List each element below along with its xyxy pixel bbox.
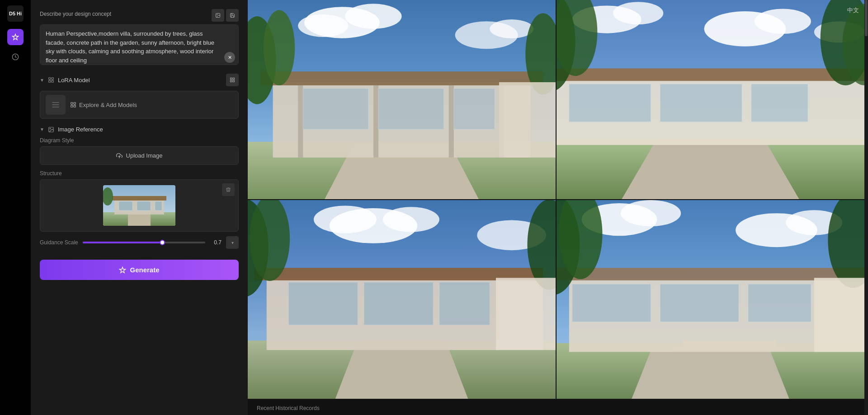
delete-structure-btn[interactable] bbox=[222, 183, 235, 196]
magic-wand-icon-btn[interactable] bbox=[7, 29, 24, 45]
lang-btn[interactable]: 中文 bbox=[847, 6, 859, 14]
recent-bar: Recent Historical Records bbox=[248, 399, 864, 415]
lora-row: Explore & Add Models bbox=[40, 91, 239, 119]
scrollbar-thumb bbox=[865, 0, 868, 36]
diagram-style-label: Diagram Style bbox=[40, 137, 239, 144]
svg-rect-40 bbox=[298, 85, 303, 158]
image-cell-2[interactable] bbox=[557, 0, 864, 199]
right-panel: Recent Historical Records bbox=[248, 0, 864, 415]
right-scrollbar[interactable] bbox=[864, 0, 868, 415]
image-cell-3[interactable] bbox=[248, 200, 556, 399]
svg-rect-77 bbox=[288, 282, 358, 325]
svg-rect-96 bbox=[660, 284, 739, 322]
icon-bar: D5 Hi bbox=[0, 0, 31, 415]
svg-rect-79 bbox=[439, 282, 490, 325]
svg-rect-4 bbox=[52, 78, 53, 79]
structure-label: Structure bbox=[40, 170, 239, 177]
svg-rect-6 bbox=[52, 80, 53, 82]
svg-point-32 bbox=[345, 4, 401, 29]
save-prompt-icon-btn[interactable] bbox=[226, 9, 239, 22]
svg-rect-41 bbox=[373, 85, 378, 158]
upload-image-label: Upload Image bbox=[126, 152, 163, 159]
structure-thumbnail[interactable] bbox=[103, 185, 175, 226]
svg-rect-27 bbox=[137, 201, 151, 210]
svg-rect-7 bbox=[231, 78, 232, 80]
guidance-slider-fill bbox=[83, 242, 162, 243]
guidance-scale-row: Guidance Scale 0.7 ▾ bbox=[40, 236, 239, 249]
structure-container bbox=[40, 179, 239, 232]
recent-label: Recent Historical Records bbox=[257, 405, 320, 411]
lora-chevron-icon[interactable]: ▼ bbox=[40, 78, 44, 83]
svg-rect-61 bbox=[569, 84, 651, 121]
svg-point-19 bbox=[50, 128, 51, 129]
prompt-container: Human Perspective,modern villa, surround… bbox=[40, 24, 239, 66]
generate-btn[interactable]: Generate bbox=[40, 260, 239, 280]
svg-point-55 bbox=[755, 9, 811, 34]
svg-rect-8 bbox=[233, 78, 235, 80]
svg-rect-9 bbox=[231, 80, 232, 82]
svg-rect-3 bbox=[49, 78, 51, 79]
svg-rect-83 bbox=[496, 278, 556, 350]
svg-rect-25 bbox=[112, 196, 166, 201]
app-logo: D5 Hi bbox=[7, 5, 24, 22]
svg-rect-17 bbox=[74, 105, 75, 107]
lora-grid-btn[interactable] bbox=[226, 74, 239, 86]
svg-rect-46 bbox=[454, 89, 495, 129]
svg-point-33 bbox=[298, 14, 348, 37]
svg-point-35 bbox=[490, 19, 533, 38]
lora-label: LoRA Model bbox=[58, 77, 90, 84]
svg-rect-14 bbox=[71, 103, 73, 104]
lora-section: ▼ LoRA Model bbox=[40, 74, 239, 119]
svg-point-2 bbox=[217, 14, 218, 15]
guidance-slider-thumb bbox=[160, 240, 165, 245]
svg-point-71 bbox=[383, 207, 439, 232]
guidance-dropdown-btn[interactable]: ▾ bbox=[226, 236, 239, 249]
image-cell-1[interactable] bbox=[248, 0, 556, 199]
svg-rect-45 bbox=[378, 89, 444, 129]
explore-models-label: Explore & Add Models bbox=[79, 102, 137, 108]
generate-label: Generate bbox=[130, 266, 159, 274]
svg-rect-26 bbox=[119, 201, 132, 210]
svg-rect-101 bbox=[814, 278, 864, 352]
svg-point-86 bbox=[621, 200, 681, 226]
clear-prompt-btn[interactable]: ✕ bbox=[224, 52, 235, 63]
svg-rect-42 bbox=[449, 85, 454, 158]
svg-point-48 bbox=[264, 10, 295, 85]
svg-rect-50 bbox=[499, 82, 556, 158]
svg-rect-95 bbox=[572, 284, 651, 322]
history-icon-btn[interactable] bbox=[7, 49, 24, 65]
svg-rect-10 bbox=[233, 80, 235, 82]
svg-point-70 bbox=[314, 205, 377, 233]
image-ref-chevron-icon[interactable]: ▼ bbox=[40, 127, 44, 132]
image-upload-icon-btn[interactable] bbox=[212, 9, 224, 22]
lora-placeholder bbox=[46, 95, 66, 115]
prompt-textarea[interactable]: Human Perspective,modern villa, surround… bbox=[40, 24, 239, 65]
svg-rect-97 bbox=[748, 284, 811, 322]
svg-marker-92 bbox=[626, 350, 795, 399]
svg-rect-63 bbox=[751, 84, 808, 121]
guidance-slider-wrap: 0.7 bbox=[83, 239, 222, 246]
prompt-section: Describe your design concept Human bbox=[40, 9, 239, 66]
generate-icon bbox=[119, 266, 126, 274]
images-grid bbox=[248, 0, 864, 399]
main-layout: Describe your design concept Human bbox=[31, 0, 868, 415]
svg-rect-5 bbox=[49, 80, 51, 82]
image-ref-title: ▼ Image Reference bbox=[40, 126, 103, 133]
svg-rect-16 bbox=[71, 105, 73, 107]
image-ref-label: Image Reference bbox=[58, 126, 103, 133]
svg-rect-15 bbox=[74, 103, 75, 104]
svg-rect-60 bbox=[557, 68, 864, 81]
image-cell-4[interactable] bbox=[557, 200, 864, 399]
explore-models-btn[interactable]: Explore & Add Models bbox=[70, 102, 137, 108]
upload-image-btn[interactable]: Upload Image bbox=[40, 146, 239, 165]
svg-rect-78 bbox=[364, 282, 433, 325]
svg-rect-62 bbox=[660, 84, 742, 121]
image-ref-icon bbox=[48, 126, 54, 133]
left-panel: Describe your design concept Human bbox=[31, 0, 248, 415]
guidance-value: 0.7 bbox=[209, 239, 222, 246]
svg-rect-28 bbox=[155, 201, 162, 210]
guidance-scale-label: Guidance Scale bbox=[40, 239, 78, 246]
guidance-slider-track[interactable] bbox=[83, 242, 205, 243]
svg-point-53 bbox=[613, 2, 663, 24]
image-ref-header: ▼ Image Reference bbox=[40, 126, 239, 133]
